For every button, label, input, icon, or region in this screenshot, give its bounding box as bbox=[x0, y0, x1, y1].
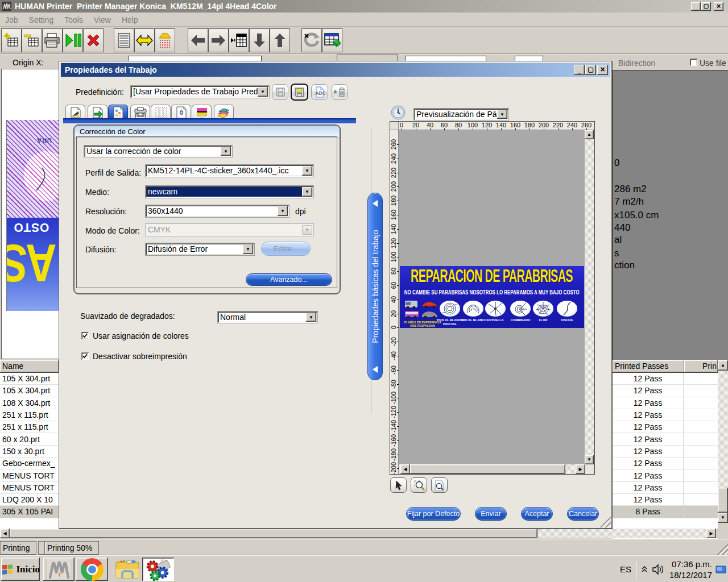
main-scroll-track[interactable] bbox=[537, 529, 706, 538]
volume-icon[interactable] bbox=[651, 563, 665, 576]
statusbar-resize-grip[interactable] bbox=[714, 542, 728, 555]
preset-combo[interactable]: [Usar Propiedades de Trabajo Pred▼ bbox=[130, 85, 270, 98]
dialog-resize-grip[interactable] bbox=[597, 515, 611, 527]
menu-item[interactable]: Setting bbox=[29, 15, 54, 24]
print-button[interactable] bbox=[42, 28, 63, 52]
dialog-maximize-button[interactable]: ▢ bbox=[585, 65, 596, 75]
preview-mode-combo[interactable]: Previsualización de Pág▼ bbox=[413, 108, 509, 120]
job-row[interactable]: 251 x 115.prt bbox=[0, 409, 59, 421]
tab-passes[interactable] bbox=[151, 105, 171, 119]
preview-scroll-right[interactable]: ▶ bbox=[576, 464, 585, 474]
dialog-close-button[interactable]: × bbox=[597, 65, 608, 75]
passes-scroll-thumb[interactable] bbox=[718, 488, 728, 513]
swap-direction-button[interactable] bbox=[134, 28, 155, 52]
tab-color-correction[interactable] bbox=[108, 105, 128, 119]
chevron-up-icon[interactable] bbox=[641, 566, 648, 573]
tray-app-icon[interactable] bbox=[715, 565, 727, 574]
move-left-button[interactable] bbox=[188, 28, 208, 52]
main-scroll-right[interactable]: ▶ bbox=[706, 529, 716, 538]
dialog-minimize-button[interactable]: _ bbox=[574, 65, 585, 75]
start-button[interactable]: Inicio bbox=[1, 558, 40, 581]
name-column-header[interactable]: Name bbox=[0, 360, 59, 373]
pass-row[interactable]: 12 Pass bbox=[613, 458, 718, 469]
cancel-job-button[interactable] bbox=[83, 28, 104, 52]
preset-save-as-button[interactable] bbox=[291, 84, 308, 101]
preset-save-button[interactable] bbox=[272, 84, 288, 100]
purge-heads-button[interactable] bbox=[155, 28, 175, 52]
dialog-titlebar[interactable]: Propiedades del Trabajo _ ▢ × bbox=[61, 63, 610, 77]
remove-job-button[interactable] bbox=[22, 28, 42, 52]
job-row[interactable]: MENUS TORT bbox=[0, 469, 59, 481]
color-mapping-checkbox[interactable] bbox=[81, 332, 89, 339]
tab-output[interactable] bbox=[88, 105, 107, 119]
preview-clock-icon[interactable] bbox=[391, 105, 406, 120]
accept-button[interactable]: Aceptar bbox=[521, 507, 553, 521]
main-scroll-thumb[interactable] bbox=[10, 529, 537, 538]
add-job-button[interactable] bbox=[1, 28, 22, 52]
tab-color-bars[interactable] bbox=[192, 105, 212, 119]
menu-item[interactable]: Tools bbox=[64, 15, 83, 24]
diffusion-combo[interactable]: Difusión de Error▼ bbox=[145, 243, 255, 256]
menu-item[interactable]: View bbox=[94, 15, 111, 24]
clock[interactable]: 07:36 p.m. 18/12/2017 bbox=[669, 559, 712, 580]
preview-vscroll-track[interactable] bbox=[585, 139, 594, 455]
pass-row[interactable]: 12 Pass bbox=[613, 385, 718, 397]
pass-row[interactable]: 12 Pass bbox=[613, 469, 718, 481]
job-row[interactable]: 105 X 304.prt bbox=[0, 373, 59, 385]
menu-item[interactable]: Help bbox=[122, 15, 138, 24]
preset-delete-button[interactable] bbox=[332, 84, 348, 100]
media-button[interactable] bbox=[114, 28, 134, 52]
zoom-area-tool-button[interactable] bbox=[411, 477, 427, 493]
taskbar-app-file-explorer[interactable] bbox=[111, 557, 143, 581]
preview-hscroll-thumb[interactable] bbox=[410, 464, 565, 474]
preview-page[interactable]: REPARACION DE PARABRISAS NO CAMBIE SU PA… bbox=[399, 130, 585, 464]
minimize-button[interactable]: _ bbox=[691, 2, 701, 11]
tab-setup[interactable] bbox=[65, 105, 85, 119]
zoom-page-tool-button[interactable] bbox=[431, 477, 448, 493]
start-pause-button[interactable] bbox=[63, 28, 83, 52]
prin-column-header[interactable]: Prin bbox=[684, 360, 718, 373]
advanced-button[interactable]: Avanzado... bbox=[246, 273, 332, 286]
tab-position[interactable] bbox=[171, 105, 191, 119]
job-row[interactable]: 251 x 115.prt bbox=[0, 421, 59, 433]
move-up-button[interactable] bbox=[270, 28, 290, 52]
preview-scroll-up[interactable]: ▲ bbox=[585, 130, 594, 139]
job-row[interactable]: MENUS TORT bbox=[0, 482, 59, 494]
send-button[interactable]: Enviar bbox=[475, 507, 507, 521]
pass-row[interactable]: 12 Pass bbox=[613, 409, 718, 421]
media-combo[interactable]: newcam▼ bbox=[145, 185, 314, 198]
taskbar-app-human-printer[interactable] bbox=[43, 558, 75, 581]
close-button[interactable]: × bbox=[714, 2, 723, 11]
move-right-button[interactable] bbox=[208, 28, 229, 52]
send-to-queue-button[interactable] bbox=[229, 28, 249, 52]
pass-row[interactable]: 12 Pass bbox=[613, 446, 718, 458]
clean-queue-button[interactable] bbox=[322, 28, 342, 52]
preview-scroll-down[interactable]: ▼ bbox=[585, 455, 594, 464]
preset-rename-button[interactable]: ABC bbox=[311, 84, 328, 100]
pass-row[interactable]: 12 Pass bbox=[613, 482, 718, 494]
passes-scroll-up[interactable]: ▲ bbox=[718, 360, 728, 371]
color-correction-combo[interactable]: Usar la corrección de color▼ bbox=[84, 145, 233, 157]
menu-item[interactable]: Job bbox=[5, 15, 18, 24]
tab-printer[interactable] bbox=[130, 105, 150, 119]
job-row[interactable]: 108 X 304.prt bbox=[0, 397, 59, 409]
pass-row[interactable]: 12 Pass bbox=[613, 421, 718, 433]
cursor-tool-button[interactable] bbox=[390, 477, 407, 493]
job-row[interactable]: LDQ 200 X 10 bbox=[0, 494, 59, 506]
preview-hscroll-track[interactable] bbox=[565, 464, 576, 474]
pass-row[interactable]: 8 Pass bbox=[613, 506, 718, 518]
job-thumbnail[interactable]: URA OSTO AS bbox=[6, 120, 60, 311]
job-row[interactable]: 305 X 105 PAI bbox=[0, 506, 59, 518]
output-profile-combo[interactable]: KM512-14PL-4C-sticker_360x1440_.icc▼ bbox=[145, 164, 314, 177]
preview-scroll-left[interactable]: ◀ bbox=[400, 464, 410, 474]
resolution-combo[interactable]: 360x1440▼ bbox=[145, 205, 289, 218]
language-indicator[interactable]: ES bbox=[620, 564, 631, 574]
overprint-checkbox[interactable] bbox=[81, 352, 89, 360]
taskbar-app-printer-manager[interactable] bbox=[142, 558, 174, 581]
pass-row[interactable]: 12 Pass bbox=[613, 494, 718, 506]
printed-passes-header[interactable]: Printed Passes bbox=[613, 360, 684, 373]
use-file-checkbox[interactable] bbox=[690, 59, 697, 66]
move-down-button[interactable] bbox=[249, 28, 270, 52]
main-scroll-left[interactable]: ◀ bbox=[0, 529, 10, 538]
passes-scroll-down[interactable]: ▼ bbox=[718, 513, 728, 523]
